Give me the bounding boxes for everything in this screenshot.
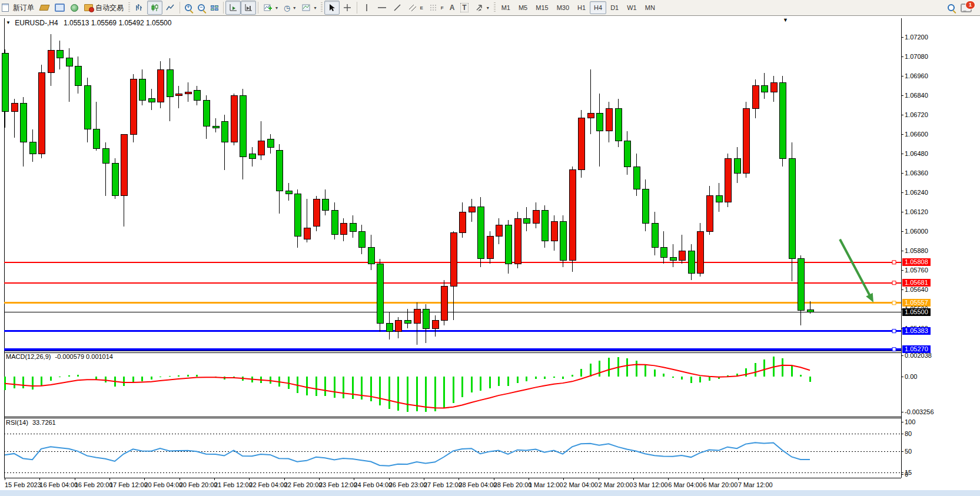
cursor-tool-button[interactable]: [324, 1, 340, 15]
tile-windows-button[interactable]: [208, 1, 221, 15]
autotrading-button[interactable]: 自动交易: [81, 1, 127, 15]
crosshair-icon: [343, 3, 352, 12]
templates-button[interactable]: ▾: [298, 1, 319, 15]
candle-body: [432, 320, 438, 328]
toolbar-separator: [180, 2, 180, 14]
candle-body: [679, 251, 685, 261]
candle-body: [175, 94, 182, 95]
price-line-handle[interactable]: [892, 329, 896, 333]
bar-chart-button[interactable]: [132, 1, 147, 15]
timeframe-H1[interactable]: H1: [573, 1, 590, 14]
dropdown-caret-icon: ▾: [275, 5, 278, 11]
timeframe-MN[interactable]: MN: [641, 1, 659, 14]
candle-body: [523, 218, 530, 223]
candle-body: [670, 257, 676, 261]
timeframe-H4[interactable]: H4: [590, 1, 606, 14]
candle-body: [368, 248, 374, 264]
dropdown-caret-icon: ▾: [487, 5, 489, 11]
candle-body: [221, 121, 228, 142]
chart-shift-icon: [244, 3, 253, 12]
line-chart-button[interactable]: [162, 1, 178, 15]
candle-body: [203, 100, 210, 126]
candle-body: [377, 264, 383, 324]
candle-body: [75, 66, 81, 86]
candle-body: [660, 248, 667, 258]
fibonacci-tool-button[interactable]: F: [426, 1, 447, 15]
zoom-in-button[interactable]: +: [182, 1, 195, 15]
candle-body: [423, 309, 429, 328]
candle-body: [84, 86, 91, 129]
clipped-toolbar-icon: [2, 4, 9, 12]
fibonacci-icon: [429, 3, 438, 12]
timeframe-M15[interactable]: M15: [531, 1, 552, 14]
data-window-button[interactable]: [52, 1, 68, 15]
candle-body: [633, 167, 640, 189]
timeframe-D1[interactable]: D1: [606, 1, 623, 14]
chart-ohlc-values: 1.05513 1.05569 1.05492 1.05500: [64, 19, 172, 27]
annotation-arrow[interactable]: [840, 239, 871, 298]
search-button[interactable]: [945, 1, 958, 15]
arrows-tool-button[interactable]: ▾: [471, 1, 492, 15]
clock-icon: ◷: [284, 4, 290, 12]
price-line-handle[interactable]: [892, 348, 896, 351]
candle-body: [57, 50, 63, 58]
monitor-icon: [55, 4, 65, 12]
candle-body: [606, 108, 612, 131]
candle-body: [194, 91, 200, 101]
candle-body: [496, 225, 502, 236]
timeframe-W1[interactable]: W1: [623, 1, 641, 14]
horizontal-line-tool-button[interactable]: [374, 1, 390, 15]
candle-body: [340, 223, 347, 234]
timeframe-M30[interactable]: M30: [553, 1, 573, 14]
trendline-tool-button[interactable]: [390, 1, 405, 15]
new-order-button[interactable]: 新订单: [10, 1, 37, 15]
candle-body: [386, 324, 393, 332]
indicators-button[interactable]: ▾: [260, 1, 281, 15]
candle-body: [477, 207, 484, 259]
candle-body: [294, 194, 301, 237]
arrows-icon: [474, 3, 484, 12]
candle-body: [185, 92, 191, 94]
trendline-icon: [393, 3, 402, 12]
candle-body: [167, 69, 173, 97]
candle-body: [578, 118, 584, 170]
candle-body: [734, 158, 740, 173]
candle-body: [285, 191, 292, 194]
sound-icon: [71, 4, 78, 12]
crosshair-tool-button[interactable]: [340, 1, 355, 15]
vertical-line-tool-button[interactable]: [359, 1, 374, 15]
candle-body: [313, 199, 320, 227]
equidistant-channel-tool-button[interactable]: E: [405, 1, 426, 15]
zoom-out-icon: −: [198, 4, 205, 11]
timeframe-M1[interactable]: M1: [497, 1, 514, 14]
chart-canvas: [0, 0, 980, 496]
zoom-out-button[interactable]: −: [195, 1, 208, 15]
price-line-handle[interactable]: [892, 301, 896, 305]
candle-body: [29, 142, 36, 154]
bar-chart-icon: [135, 3, 144, 12]
symbol-dropdown-icon[interactable]: ▼: [6, 20, 11, 25]
text-label-tool-button[interactable]: T: [457, 1, 471, 15]
price-line-handle[interactable]: [892, 281, 896, 285]
dropdown-caret-icon: ▾: [314, 5, 316, 11]
price-line-handle[interactable]: [892, 261, 896, 264]
chart-shift-button[interactable]: [241, 1, 256, 15]
candle-body: [331, 210, 338, 234]
text-tool-letter: A: [450, 4, 455, 12]
gold-ingot-icon: [39, 5, 49, 11]
candle-body: [441, 287, 447, 321]
timeframe-M5[interactable]: M5: [514, 1, 531, 14]
label-tool-letter: T: [460, 3, 468, 12]
candle-body: [66, 58, 72, 66]
periods-button[interactable]: ◷▾: [281, 1, 298, 15]
auto-scroll-button[interactable]: [225, 1, 241, 15]
chat-bubble-icon: 1: [961, 4, 972, 12]
chart-shift-marker-icon[interactable]: ▼: [783, 17, 788, 23]
rsi-line: [5, 442, 810, 465]
notifications-button[interactable]: 1: [958, 1, 975, 15]
candle-body: [102, 149, 109, 164]
market-watch-button[interactable]: [37, 1, 52, 15]
sound-alerts-button[interactable]: [68, 1, 81, 15]
candlestick-chart-button[interactable]: [147, 1, 162, 15]
text-tool-button[interactable]: A: [447, 1, 458, 15]
